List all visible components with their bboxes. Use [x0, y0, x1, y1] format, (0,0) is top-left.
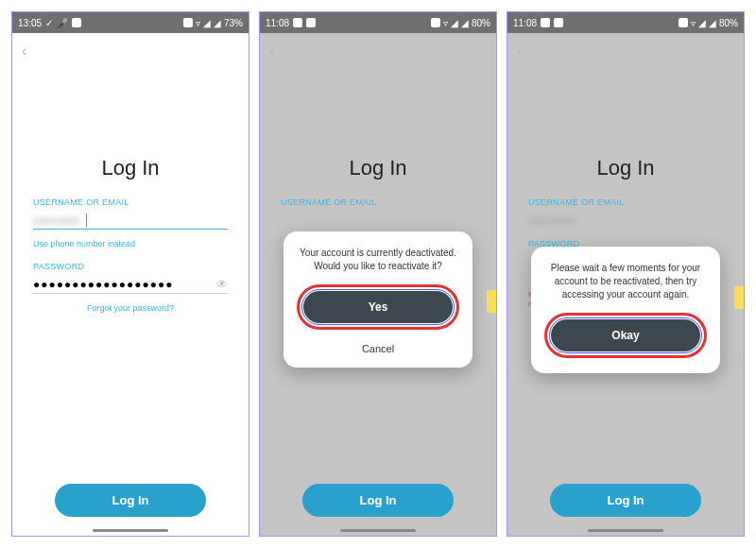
- signal-icon: ◢: [203, 18, 211, 28]
- login-button[interactable]: Log In: [550, 484, 701, 517]
- wifi-icon: ▿: [691, 18, 696, 28]
- sim-icon: [431, 18, 440, 27]
- app-icon: [541, 18, 550, 27]
- wait-dialog: Please wait a few moments for your accou…: [531, 247, 720, 373]
- home-indicator[interactable]: [93, 529, 168, 532]
- app-body: ‹ Log In USERNAME OR EMAIL Your account …: [260, 33, 496, 536]
- password-label: PASSWORD: [33, 262, 228, 271]
- page-title: Log In: [260, 156, 496, 180]
- phone-screen-3: 11:08 ▿ ◢ ◢ 80% ‹ Log In USERNAME OR EMA…: [507, 11, 745, 537]
- username-value: username: [33, 214, 79, 226]
- username-input[interactable]: username: [33, 211, 228, 230]
- signal-icon: ◢: [709, 18, 716, 28]
- yellow-indicator: [734, 286, 744, 309]
- password-input[interactable]: ●●●●●●●●●●●●●●●●●● 👁: [33, 275, 228, 294]
- back-icon[interactable]: ‹: [269, 43, 274, 60]
- reactivate-dialog: Your account is currently deactivated. W…: [284, 231, 472, 368]
- login-button[interactable]: Log In: [302, 484, 454, 517]
- app-icon: [72, 18, 81, 27]
- username-label: USERNAME OR EMAIL: [33, 197, 228, 207]
- app-icon: [293, 18, 302, 27]
- wifi-icon: ▿: [443, 18, 448, 28]
- dialog-message: Your account is currently deactivated. W…: [297, 247, 459, 273]
- username-input[interactable]: username: [528, 211, 723, 230]
- use-phone-link[interactable]: Use phone number instead: [33, 239, 228, 248]
- sim-icon: [183, 18, 193, 27]
- app-body: ‹ Log In USERNAME OR EMAIL username PASS…: [507, 33, 744, 536]
- login-button[interactable]: Log In: [55, 484, 206, 517]
- back-icon[interactable]: ‹: [517, 43, 522, 60]
- battery-text: 80%: [719, 18, 738, 28]
- phone-screen-2: 11:08 ▿ ◢ ◢ 80% ‹ Log In USERNAME OR EMA…: [259, 11, 497, 537]
- battery-text: 80%: [472, 18, 490, 28]
- username-value: username: [528, 214, 575, 226]
- signal-icon: ◢: [214, 18, 221, 28]
- yes-button[interactable]: Yes: [303, 291, 453, 323]
- clock: 11:08: [513, 18, 537, 28]
- sim-icon: [679, 18, 688, 27]
- checkmark-icon: ✓: [45, 18, 53, 28]
- signal-icon: ◢: [698, 18, 706, 28]
- home-indicator[interactable]: [588, 529, 663, 532]
- clock: 11:08: [266, 18, 289, 28]
- yellow-indicator: [487, 290, 496, 313]
- app-body: ‹ Log In USERNAME OR EMAIL username Use …: [12, 33, 249, 536]
- wifi-icon: ▿: [196, 18, 200, 28]
- app-icon: [554, 18, 563, 27]
- highlight-box: Yes: [297, 284, 459, 330]
- highlight-box: Okay: [544, 313, 707, 358]
- password-value: ●●●●●●●●●●●●●●●●●●: [33, 278, 173, 291]
- app-icon: [306, 18, 316, 27]
- login-form: USERNAME OR EMAIL username Use phone num…: [12, 197, 249, 326]
- back-icon[interactable]: ‹: [22, 43, 26, 60]
- status-bar: 11:08 ▿ ◢ ◢ 80%: [507, 12, 744, 33]
- signal-icon: ◢: [461, 18, 469, 28]
- mic-icon: 🎤: [57, 18, 68, 28]
- status-bar: 11:08 ▿ ◢ ◢ 80%: [260, 12, 496, 33]
- page-title: Log In: [507, 156, 744, 180]
- phone-screen-1: 13:05 ✓ 🎤 ▿ ◢ ◢ 73% ‹ Log In USERNAME OR…: [11, 11, 249, 537]
- dialog-message: Please wait a few moments for your accou…: [544, 262, 707, 301]
- forgot-password-link[interactable]: Forgot your password?: [33, 303, 228, 313]
- username-label: USERNAME OR EMAIL: [281, 197, 475, 207]
- text-cursor: [86, 214, 87, 227]
- login-form: USERNAME OR EMAIL: [260, 197, 496, 211]
- clock: 13:05: [18, 18, 42, 28]
- status-bar: 13:05 ✓ 🎤 ▿ ◢ ◢ 73%: [12, 12, 249, 33]
- home-indicator[interactable]: [340, 529, 416, 532]
- battery-text: 73%: [224, 18, 243, 28]
- signal-icon: ◢: [451, 18, 458, 28]
- username-label: USERNAME OR EMAIL: [528, 197, 723, 207]
- cancel-button[interactable]: Cancel: [297, 334, 459, 356]
- eye-icon[interactable]: 👁: [216, 278, 228, 291]
- okay-button[interactable]: Okay: [551, 319, 700, 351]
- page-title: Log In: [12, 156, 249, 180]
